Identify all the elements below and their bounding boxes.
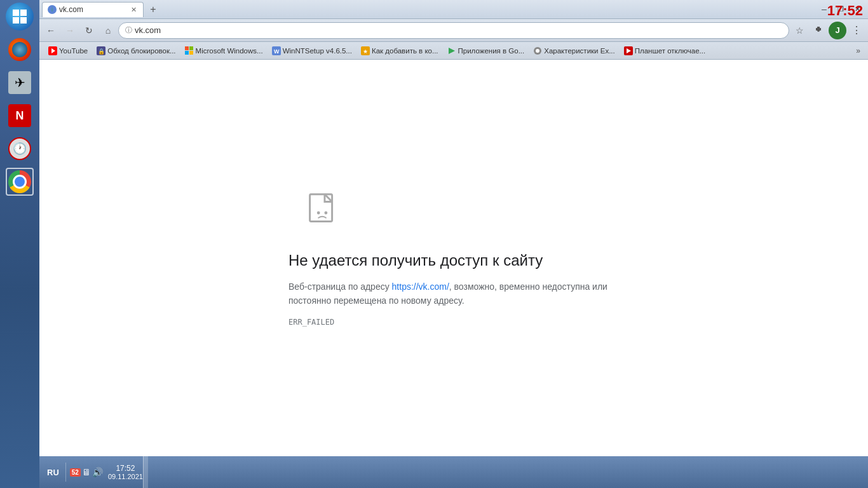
svg-rect-3 — [20, 17, 27, 24]
bookmark-mswindows[interactable]: Microsoft Windows... — [181, 45, 267, 57]
address-text: vk.com — [135, 25, 161, 35]
bookmark-harakteristiki[interactable]: Характеристики Ех... — [529, 45, 618, 57]
svg-text:W: W — [274, 48, 280, 55]
star-button[interactable]: ☆ — [790, 22, 808, 39]
start-button[interactable] — [6, 3, 34, 30]
svg-point-23 — [324, 211, 327, 214]
bookmark-kak-dobavit-label: Как добавить в ко... — [372, 47, 438, 55]
browser-window: i vk.com ✕ + ─ ❐ ✕ ← → ↻ ⌂ ⓘ vk.com ☆ — [39, 0, 868, 456]
tab-favicon: i — [48, 5, 57, 14]
svg-rect-10 — [185, 51, 189, 55]
taskbar-indicators: 52 🖥 🔊 — [67, 467, 105, 477]
sidebar-item-opera[interactable]: N — [6, 102, 34, 130]
svg-rect-0 — [13, 10, 19, 16]
forward-button[interactable]: → — [61, 22, 79, 39]
toolbar: ← → ↻ ⌂ ⓘ vk.com ☆ J ⋮ — [39, 19, 868, 42]
svg-marker-16 — [449, 48, 455, 54]
security-icon: ⓘ — [125, 25, 132, 35]
bookmark-obhod[interactable]: 🔒 Обход блокировок... — [93, 45, 179, 57]
firefox-icon — [8, 38, 31, 61]
svg-rect-9 — [189, 46, 193, 50]
error-desc-prefix: Веб-страница по адресу — [288, 281, 392, 292]
clock-icon: 🕐 — [8, 137, 31, 160]
notification-badge: 52 — [70, 468, 81, 477]
svg-rect-1 — [20, 10, 27, 16]
error-container: Не удается получить доступ к сайту Веб-с… — [263, 164, 644, 353]
titlebar: i vk.com ✕ + ─ ❐ ✕ — [39, 0, 868, 19]
volume-icon[interactable]: 🔊 — [92, 467, 103, 477]
back-button[interactable]: ← — [42, 22, 60, 39]
home-button[interactable]: ⌂ — [99, 22, 117, 39]
bookmark-winntsetup-label: WinNTSetup v4.6.5... — [283, 47, 352, 55]
profile-button[interactable]: J — [829, 22, 846, 39]
taskbar-date: 09.11.2021 — [108, 473, 143, 480]
svg-text:★: ★ — [363, 48, 368, 55]
tab-close-button[interactable]: ✕ — [129, 5, 138, 14]
taskbar-language[interactable]: RU — [42, 465, 64, 480]
svg-point-22 — [317, 211, 320, 214]
sidebar-item-clock[interactable]: 🕐 — [6, 135, 34, 163]
error-icon — [301, 189, 346, 236]
error-code: ERR_FAILED — [288, 318, 334, 327]
bookmark-mswindows-label: Microsoft Windows... — [196, 47, 263, 55]
page-content: Не удается получить доступ к сайту Веб-с… — [39, 60, 868, 456]
error-description: Веб-страница по адресу https://vk.com/, … — [288, 280, 619, 308]
windows-logo-icon — [6, 3, 34, 30]
bookmarks-bar: YouTube 🔒 Обход блокировок... Microsoft … — [39, 42, 868, 60]
address-bar[interactable]: ⓘ vk.com — [118, 22, 789, 39]
new-tab-button[interactable]: + — [145, 2, 161, 17]
sidebar-item-firefox[interactable] — [6, 36, 34, 64]
extension-button[interactable] — [810, 22, 827, 39]
svg-rect-2 — [13, 17, 19, 24]
svg-rect-11 — [189, 51, 193, 55]
bookmark-prilojeniya-label: Приложения в Go... — [458, 47, 525, 55]
clock-display: 17:52 — [822, 0, 868, 22]
opera-icon: N — [8, 104, 31, 127]
taskbar: RU 52 🖥 🔊 17:52 09.11.2021 — [39, 456, 868, 488]
network-icon[interactable]: 🖥 — [82, 467, 91, 477]
bookmark-youtube[interactable]: YouTube — [44, 45, 92, 57]
bookmark-prilojeniya[interactable]: Приложения в Go... — [444, 45, 529, 57]
chrome-icon — [8, 170, 31, 193]
sidebar: ✈ N 🕐 — [0, 0, 39, 488]
bookmark-winntsetup[interactable]: W WinNTSetup v4.6.5... — [268, 45, 356, 57]
error-desc-url[interactable]: https://vk.com/ — [392, 281, 449, 292]
airplane-icon: ✈ — [8, 71, 31, 94]
sidebar-item-airplane[interactable]: ✈ — [6, 69, 34, 97]
bookmark-kak-dobavit[interactable]: ★ Как добавить в ко... — [357, 45, 442, 57]
taskbar-clock[interactable]: 17:52 09.11.2021 — [108, 464, 143, 480]
toolbar-right: ☆ J ⋮ — [790, 22, 865, 39]
show-desktop-button[interactable] — [143, 456, 148, 488]
bookmark-harakteristiki-label: Характеристики Ех... — [544, 47, 614, 55]
tab-title: vk.com — [59, 5, 126, 14]
sidebar-item-chrome[interactable] — [6, 168, 34, 196]
bookmark-youtube-label: YouTube — [59, 47, 88, 55]
svg-point-18 — [536, 49, 539, 53]
bookmark-obhod-label: Обход блокировок... — [107, 47, 175, 55]
svg-rect-8 — [185, 46, 189, 50]
bookmark-planshet-label: Планшет отключае... — [635, 47, 705, 55]
error-title: Не удается получить доступ к сайту — [288, 252, 543, 269]
taskbar-time: 17:52 — [116, 464, 135, 473]
svg-text:🔒: 🔒 — [98, 48, 105, 55]
menu-button[interactable]: ⋮ — [848, 22, 865, 39]
bookmarks-more-button[interactable]: » — [853, 45, 863, 57]
active-tab[interactable]: i vk.com ✕ — [42, 2, 144, 17]
bookmark-planshet[interactable]: Планшет отключае... — [620, 45, 709, 57]
reload-button[interactable]: ↻ — [80, 22, 98, 39]
